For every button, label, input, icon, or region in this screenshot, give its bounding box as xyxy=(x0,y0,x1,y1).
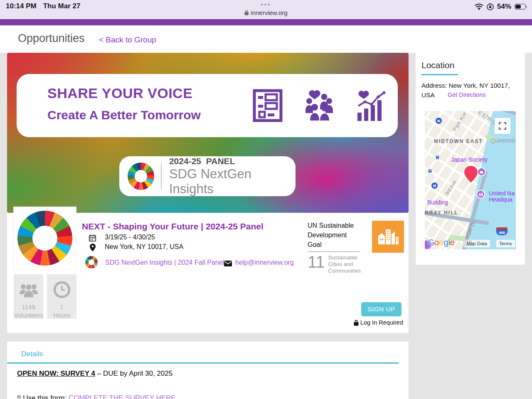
map-label-queensboro[interactable]: Queensb xyxy=(490,137,516,144)
google-logo[interactable]: Google xyxy=(428,237,455,247)
map-poi-circle-japan[interactable] xyxy=(477,167,486,176)
map-label-murray-hill[interactable]: RRAY HILL xyxy=(425,210,458,216)
details-card: Details OPEN NOW: SURVEY 4 – DUE by Apri… xyxy=(7,342,409,399)
location-address: Address: New York, NY 10017, USA Get Dir… xyxy=(421,81,519,100)
sign-up-button[interactable]: SIGN UP xyxy=(361,302,401,316)
address-bar[interactable]: innerview.org xyxy=(244,9,287,16)
sdg-label-line2: Development Goal xyxy=(308,230,360,252)
status-time: 10:14 PMThu Mar 27 xyxy=(6,2,80,10)
survey-due: – DUE by April 30, 2025 xyxy=(95,369,172,377)
tab-details[interactable]: Details xyxy=(21,350,43,358)
volunteers-label: Volunteers xyxy=(14,312,43,319)
hours-count: 1 xyxy=(60,303,63,310)
map-terms-link[interactable]: Terms xyxy=(496,240,515,247)
survey-form-line: !! Use this form: COMPLETE THE SURVEY HE… xyxy=(17,394,176,399)
browser-accent-band xyxy=(0,19,532,25)
hours-stat: 1 Hours xyxy=(47,274,76,319)
survey-form-icon xyxy=(253,89,283,122)
badge-program-name: SDG NextGen Insights xyxy=(169,167,296,197)
map-i495-shield: 495 xyxy=(496,227,507,235)
sdg-wheel-logo-large xyxy=(17,211,72,266)
badge-panel-label: 2024-25 PANEL xyxy=(169,156,296,166)
page-header: Opportunities < Back to Group xyxy=(0,25,532,53)
opportunity-location: New York, NY 10017, USA xyxy=(105,243,183,251)
badge-divider xyxy=(161,163,162,189)
map-label-midtown-east[interactable]: MIDTOWN EAST xyxy=(434,138,483,144)
login-required-note: Log In Required xyxy=(354,319,403,326)
address-line1: Address: New York, NY 10017, xyxy=(421,81,519,90)
group-link[interactable]: SDG NextGen Insights | 2024 Fall Panel xyxy=(105,259,224,266)
status-bar: 10:14 PMThu Mar 27 ••• innerview.org 54% xyxy=(0,0,532,19)
battery-icon xyxy=(515,4,527,10)
map-mta-icon[interactable]: M xyxy=(436,118,442,124)
google-map[interactable]: E 57th S Park Ave MIDTOWN EAST Queensb J… xyxy=(425,111,516,249)
survey-status-line: OPEN NOW: SURVEY 4 – DUE by April 30, 20… xyxy=(17,369,172,378)
ssl-lock-icon xyxy=(244,10,249,15)
calendar-icon xyxy=(89,234,96,241)
page-title: Opportunities xyxy=(18,32,85,45)
sdg-name: Sustainable Cities and Communities xyxy=(328,254,367,274)
map-fullscreen-button[interactable] xyxy=(495,118,510,134)
opportunity-banner: SHARE YOUR VOICE Create A Better Tomorro… xyxy=(7,53,409,213)
impact-chart-heart-icon xyxy=(356,89,387,122)
form-prefix: !! Use this form: xyxy=(17,394,69,399)
rotation-lock-icon xyxy=(487,3,494,10)
opportunity-card: SHARE YOUR VOICE Create A Better Tomorro… xyxy=(7,53,409,333)
battery-percent: 54% xyxy=(497,2,511,11)
wifi-icon xyxy=(475,3,483,10)
volunteers-icon xyxy=(19,274,39,298)
hours-label: Hours xyxy=(53,312,70,319)
group-wheel-icon xyxy=(85,256,98,268)
survey-open-now: OPEN NOW: SURVEY 4 xyxy=(17,369,95,377)
community-heart-icon xyxy=(305,90,334,121)
map-data-link[interactable]: Map Data xyxy=(463,240,490,247)
address-line2: USA xyxy=(421,90,435,100)
panel-badge: 2024-25 PANEL SDG NextGen Insights xyxy=(119,156,296,196)
banner-headline: SHARE YOUR VOICE xyxy=(47,85,192,101)
location-title-underline xyxy=(421,74,458,75)
sdg-number: 11 xyxy=(308,254,325,274)
location-panel: Location Address: New York, NY 10017, US… xyxy=(416,53,525,265)
map-poi-circle-un[interactable] xyxy=(476,190,485,199)
hours-clock-icon xyxy=(53,274,71,298)
banner-headline-box: SHARE YOUR VOICE Create A Better Tomorro… xyxy=(17,74,398,137)
un-sdg-block: UN Sustainable Development Goal 11 Susta… xyxy=(308,221,371,274)
sdg11-goal-icon xyxy=(372,221,404,253)
email-link[interactable]: help@innerview.org xyxy=(235,259,294,266)
details-divider xyxy=(7,362,399,364)
map-poi-un-line1[interactable]: United Na xyxy=(489,190,515,197)
status-date: Thu Mar 27 xyxy=(43,2,81,10)
location-title: Location xyxy=(421,60,525,70)
volunteers-count: 1149 xyxy=(22,303,35,310)
location-pin-icon xyxy=(90,244,96,251)
opportunity-logo xyxy=(13,207,76,270)
login-required-text: Log In Required xyxy=(360,319,403,326)
map-poi-un-line2[interactable]: Headqua xyxy=(489,196,512,203)
back-to-group-link[interactable]: < Back to Group xyxy=(99,35,156,44)
banner-subheadline: Create A Better Tomorrow xyxy=(47,108,201,122)
map-poi-japan-society[interactable]: Japan Society xyxy=(451,156,488,163)
map-pin[interactable] xyxy=(464,166,478,182)
login-lock-icon xyxy=(354,320,359,326)
opportunity-title: NEXT - Shaping Your Future | 2024-25 Pan… xyxy=(82,222,264,232)
stats-row: 1149 Volunteers 1 Hours xyxy=(14,274,76,319)
tab-overflow-dots[interactable]: ••• xyxy=(261,1,271,8)
map-subway-icon2[interactable] xyxy=(426,168,433,175)
map-mta-icon2[interactable]: M xyxy=(431,182,438,189)
opportunity-dates: 3/19/25 - 4/30/25 xyxy=(105,234,155,241)
map-poi-building[interactable]: Building xyxy=(427,199,448,206)
sdg-wheel-logo xyxy=(128,163,154,190)
email-envelope-icon xyxy=(224,261,232,266)
get-directions-link[interactable]: Get Directions xyxy=(448,90,486,100)
sdg-label-line1: UN Sustainable xyxy=(308,221,371,230)
volunteers-stat: 1149 Volunteers xyxy=(14,274,43,319)
complete-survey-link[interactable]: COMPLETE THE SURVEY HERE xyxy=(69,394,176,399)
address-bar-url: innerview.org xyxy=(251,9,287,16)
map-subway-icon[interactable] xyxy=(434,154,441,161)
